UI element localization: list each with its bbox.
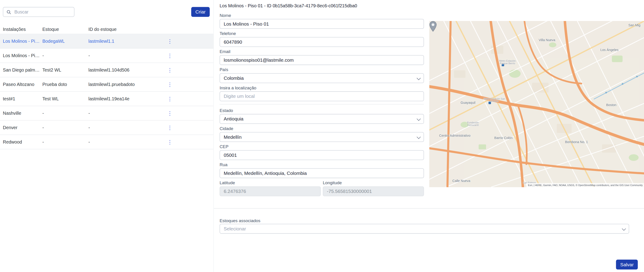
pais-label: País <box>220 67 424 72</box>
field-cidade: Cidade Medellín <box>220 126 424 142</box>
table-row[interactable]: Los Molinos - Piso 01 BodegaWL lastmilew… <box>0 34 213 49</box>
kebab-menu-icon[interactable]: ⋮ <box>162 38 178 44</box>
nome-input[interactable] <box>220 19 424 29</box>
cep-input[interactable] <box>220 150 424 160</box>
search-input[interactable] <box>14 9 70 15</box>
stock-link[interactable]: BodegaWL <box>42 39 88 44</box>
form-divider <box>220 104 424 104</box>
map[interactable]: San Mig Villa Nueva Los Ángeles Guayaqui… <box>429 21 644 187</box>
facility-detail-panel: Los Molinos - Piso 01 - ID 0b15a58b-3ca7… <box>213 0 644 272</box>
field-latitude: Latitude <box>220 180 321 196</box>
table-header-row: Instalações Estoque ID do estoque <box>0 25 213 34</box>
facility-name-link[interactable]: Los Molinos - Piso 01 <box>3 39 42 44</box>
stock-cell: - <box>42 125 88 130</box>
stock-cell: - <box>42 139 88 144</box>
latitude-input <box>220 186 321 196</box>
map-attribution: Esri, | HERE, Garmin, FAO, NOAA, USGS, ©… <box>526 183 644 187</box>
stock-id-cell: - <box>88 53 162 58</box>
field-estado: Estado Antioquia <box>220 108 424 124</box>
estado-label: Estado <box>220 108 424 113</box>
field-rua: Rua <box>220 162 424 178</box>
facility-name[interactable]: Redwood <box>3 139 42 144</box>
kebab-menu-icon[interactable]: ⋮ <box>162 82 178 87</box>
field-cep: CEP <box>220 144 424 160</box>
pais-select[interactable]: Colombia <box>220 73 424 83</box>
estoques-associados-placeholder: Selecionar <box>224 226 246 231</box>
facility-name[interactable]: Los Molinos - Piso 08 <box>3 53 42 58</box>
field-telefone: Telefone <box>220 31 424 47</box>
estoques-associados-select[interactable]: Selecionar <box>220 224 629 234</box>
map-label: Calle Nueva <box>452 179 470 183</box>
search-box[interactable] <box>3 7 74 17</box>
stock-cell: - <box>42 53 88 58</box>
localizacao-input[interactable] <box>220 91 424 101</box>
table-row[interactable]: Redwood - - ⋮ <box>0 135 213 149</box>
chevron-down-icon <box>622 226 626 231</box>
kebab-menu-icon[interactable]: ⋮ <box>162 139 178 144</box>
estado-value: Antioquia <box>224 116 243 121</box>
header-id-estoque: ID do estoque <box>88 27 162 32</box>
stock-id-cell: lastmilewl1.104d506 <box>88 67 162 73</box>
table-row[interactable]: Denver - - ⋮ <box>0 120 213 135</box>
facility-name[interactable]: Nashville <box>3 111 42 116</box>
chevron-down-icon <box>417 76 421 80</box>
telefone-label: Telefone <box>220 31 424 36</box>
table-row[interactable]: Nashville - - ⋮ <box>0 106 213 120</box>
table-row[interactable]: Paseo Altozano Prueba doto lastmilewl1.p… <box>0 77 213 92</box>
rua-label: Rua <box>220 162 424 167</box>
stock-id-cell: - <box>88 111 162 116</box>
telefone-input[interactable] <box>220 37 424 47</box>
field-localizacao: Insira a localização <box>220 85 424 101</box>
cidade-select[interactable]: Medellín <box>220 132 424 142</box>
table-row[interactable]: test#1 Test WL lastmilewl1.19ea14e ⋮ <box>0 92 213 106</box>
stock-cell: Test WL <box>42 96 88 101</box>
map-label: Centro Administrativo <box>433 134 476 137</box>
kebab-menu-icon[interactable]: ⋮ <box>162 110 178 116</box>
map-label: Los Ángeles <box>600 48 618 52</box>
field-nome: Nome <box>220 13 424 29</box>
localizacao-label: Insira a localização <box>220 85 424 90</box>
create-button[interactable]: Criar <box>191 7 210 17</box>
stock-id-cell: lastmilewl1.pruebadoto <box>88 82 162 87</box>
facilities-table: Instalações Estoque ID do estoque Los Mo… <box>0 25 213 149</box>
facility-name[interactable]: Denver <box>3 125 42 130</box>
facility-name[interactable]: San Diego palmas #1 <box>3 67 42 73</box>
estoques-associados-label: Estoques associados <box>220 218 260 223</box>
kebab-menu-icon[interactable]: ⋮ <box>162 125 178 130</box>
stock-id-cell: lastmilewl1.19ea14e <box>88 96 162 101</box>
field-email: Email <box>220 49 424 65</box>
chevron-down-icon <box>417 135 421 139</box>
longitude-input <box>323 186 424 196</box>
email-label: Email <box>220 49 424 54</box>
header-estoque: Estoque <box>42 27 88 32</box>
map-label: San Mig <box>628 24 640 27</box>
section-divider <box>214 208 644 209</box>
search-icon <box>7 10 11 14</box>
stock-id-cell: - <box>88 139 162 144</box>
email-input[interactable] <box>220 55 424 65</box>
stock-id-link[interactable]: lastmilewl1.1 <box>88 39 162 44</box>
estado-select[interactable]: Antioquia <box>220 114 424 124</box>
table-row[interactable]: San Diego palmas #1 Test2 WL lastmilewl1… <box>0 63 213 77</box>
map-label: Metro Estación San Antonio <box>482 98 507 103</box>
detail-title: Los Molinos - Piso 01 - ID 0b15a58b-3ca7… <box>220 3 357 8</box>
cep-label: CEP <box>220 144 424 149</box>
field-pais: País Colombia <box>220 67 424 83</box>
cidade-value: Medellín <box>224 135 242 140</box>
kebab-menu-icon[interactable]: ⋮ <box>162 53 178 58</box>
save-button[interactable]: Salvar <box>616 260 638 269</box>
facility-name[interactable]: test#1 <box>3 96 42 101</box>
cidade-label: Cidade <box>220 126 424 131</box>
kebab-menu-icon[interactable]: ⋮ <box>162 67 178 73</box>
table-row[interactable]: Los Molinos - Piso 08 - - ⋮ <box>0 49 213 63</box>
rua-input[interactable] <box>220 168 424 178</box>
chevron-down-icon <box>417 117 421 121</box>
kebab-menu-icon[interactable]: ⋮ <box>162 96 178 101</box>
map-label: Barrio Colón <box>494 136 513 140</box>
map-label: Bombona No. 1 <box>565 140 588 144</box>
longitude-label: Longitude <box>323 180 424 185</box>
stock-cell: Prueba doto <box>42 82 88 87</box>
facility-name[interactable]: Paseo Altozano <box>3 82 42 87</box>
facility-form: Nome Telefone Email País Colombia Insira… <box>220 13 424 198</box>
map-pin[interactable] <box>429 21 436 32</box>
